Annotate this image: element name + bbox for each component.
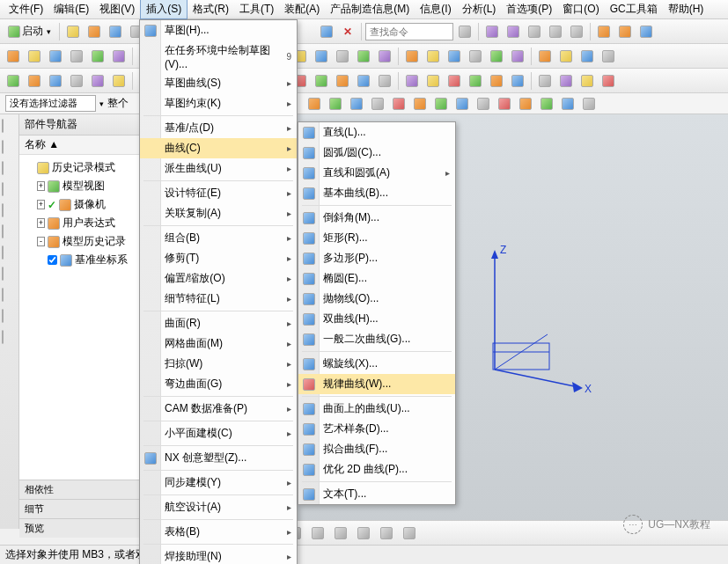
- tool-tbrow2-27[interactable]: [599, 47, 618, 66]
- open-icon[interactable]: [85, 22, 104, 41]
- menu-10[interactable]: 首选项(P): [501, 0, 557, 18]
- tool-tbrow2-16[interactable]: [354, 47, 373, 66]
- insert-menu-item[interactable]: 扫掠(W)▸: [140, 354, 297, 374]
- tool-tbrow2-23[interactable]: [508, 47, 527, 66]
- bottom-tool-8[interactable]: [331, 524, 350, 543]
- tool-tbrow3-21[interactable]: [466, 71, 485, 91]
- left-tab-8[interactable]: [2, 289, 18, 304]
- insert-menu-item[interactable]: 草图曲线(S)▸: [140, 73, 297, 93]
- tool-tbrow3-14[interactable]: [312, 71, 331, 91]
- curve-menu-basic[interactable]: 基本曲线(B)...: [298, 183, 455, 203]
- tree-item-0[interactable]: 历史记录模式: [21, 158, 140, 177]
- left-tab-0[interactable]: [2, 120, 18, 136]
- tool-tbrow3-1[interactable]: [25, 71, 44, 91]
- curve-menu-conic[interactable]: 一般二次曲线(G)...: [298, 329, 455, 349]
- tool-tbrow2-4[interactable]: [88, 47, 107, 66]
- insert-menu-item[interactable]: 派生曲线(U)▸: [140, 158, 297, 179]
- tool-tbrow3-16[interactable]: [354, 71, 373, 91]
- filter-icon-8[interactable]: [474, 94, 493, 114]
- curve-menu-line[interactable]: 直线(L)...: [298, 122, 455, 143]
- sidebar-pane-0[interactable]: 相依性: [19, 480, 141, 499]
- sidebar-pane-2[interactable]: 预览: [19, 518, 141, 538]
- view-cube-icon[interactable]: [482, 22, 502, 41]
- insert-menu-item[interactable]: 修剪(T)▸: [140, 248, 297, 268]
- tool-tbrow2-3[interactable]: [67, 47, 86, 66]
- tree-item-1[interactable]: +模型视图: [21, 177, 140, 195]
- tree-item-2[interactable]: +✓摄像机: [21, 195, 140, 214]
- tool-tbrow2-5[interactable]: [109, 47, 129, 66]
- tool-tbrow3-20[interactable]: [445, 71, 464, 91]
- tool-tbrow3-26[interactable]: [577, 71, 597, 91]
- insert-menu-item[interactable]: 草图约束(K)▸: [140, 93, 297, 114]
- tool-tbrow3-2[interactable]: [46, 71, 65, 91]
- sidebar-pane-1[interactable]: 细节: [19, 499, 141, 518]
- filter-icon-12[interactable]: [558, 94, 577, 114]
- cube-b-icon[interactable]: [615, 22, 635, 41]
- curve-menu-text[interactable]: 文本(T)...: [298, 484, 455, 504]
- tool-tbrow3-22[interactable]: [487, 71, 506, 91]
- insert-menu-item[interactable]: 表格(B)▸: [140, 522, 297, 542]
- search-input[interactable]: [365, 23, 453, 40]
- search-icon[interactable]: [455, 22, 474, 41]
- tool-tbrow3-15[interactable]: [333, 71, 352, 91]
- filter-icon-9[interactable]: [495, 94, 514, 114]
- tool-tbrow3-27[interactable]: [599, 71, 618, 91]
- tool-tbrow3-24[interactable]: [535, 71, 555, 91]
- left-tab-1[interactable]: [2, 141, 18, 157]
- left-tab-2[interactable]: [2, 162, 18, 178]
- tool-tbrow3-4[interactable]: [88, 71, 107, 91]
- tool-tbrow2-15[interactable]: [333, 47, 352, 66]
- filter-icon-7[interactable]: [452, 94, 472, 114]
- filter-combo[interactable]: 没有选择过滤器: [5, 95, 96, 112]
- filter-icon-0[interactable]: [305, 94, 324, 114]
- tool-tbrow2-20[interactable]: [445, 47, 464, 66]
- menu-9[interactable]: 分析(L): [457, 0, 502, 18]
- tool-tbrow3-17[interactable]: [375, 71, 394, 91]
- tool-tbrow3-23[interactable]: [508, 71, 527, 91]
- tool-tbrow2-24[interactable]: [535, 47, 555, 66]
- filter-icon-4[interactable]: [389, 94, 408, 114]
- filter-icon-3[interactable]: [368, 94, 387, 114]
- curve-menu-poly[interactable]: 多边形(P)...: [298, 248, 455, 268]
- tool-tbrow2-18[interactable]: [402, 47, 422, 66]
- insert-menu-item[interactable]: NX 创意塑型(Z)...: [140, 448, 297, 468]
- tree-item-4[interactable]: -模型历史记录: [21, 232, 140, 251]
- left-tab-7[interactable]: [2, 267, 18, 283]
- tool-tbrow3-3[interactable]: [67, 71, 86, 91]
- tool-tbrow2-0[interactable]: [4, 47, 23, 66]
- filter-icon-2[interactable]: [347, 94, 366, 114]
- menu-7[interactable]: 产品制造信息(M): [325, 0, 415, 18]
- curve-menu-surfcurve[interactable]: 曲面上的曲线(U)...: [298, 399, 455, 419]
- insert-menu-item[interactable]: 细节特征(L)▸: [140, 289, 297, 309]
- bottom-tool-7[interactable]: [308, 524, 327, 543]
- menu-3[interactable]: 插入(S): [140, 0, 188, 19]
- left-tab-6[interactable]: [2, 246, 18, 262]
- bottom-tool-11[interactable]: [400, 524, 419, 543]
- cube-a-icon[interactable]: [594, 22, 614, 41]
- tool-tbrow2-21[interactable]: [466, 47, 485, 66]
- left-tab-10[interactable]: [2, 331, 18, 347]
- insert-menu-item[interactable]: 弯边曲面(G)▸: [140, 374, 297, 394]
- filter-icon-6[interactable]: [431, 94, 451, 114]
- tool-tbrow3-25[interactable]: [556, 71, 576, 91]
- menu-4[interactable]: 格式(R): [188, 0, 234, 18]
- menu-5[interactable]: 工具(T): [234, 0, 279, 18]
- curve-menu-rect[interactable]: 矩形(R)...: [298, 228, 455, 248]
- undo-icon[interactable]: [317, 22, 336, 41]
- filter-icon-10[interactable]: [516, 94, 535, 114]
- left-tab-5[interactable]: [2, 225, 18, 241]
- menu-2[interactable]: 视图(V): [94, 0, 140, 18]
- insert-menu-item[interactable]: 设计特征(E)▸: [140, 183, 297, 203]
- curve-menu-chamfer[interactable]: 倒斜角(M)...: [298, 208, 455, 228]
- tree-item-3[interactable]: +用户表达式: [21, 214, 140, 232]
- insert-menu-item[interactable]: 同步建模(Y)▸: [140, 472, 297, 493]
- curve-menu-helix[interactable]: 螺旋线(X)...: [298, 354, 455, 374]
- curve-menu-fit[interactable]: 拟合曲线(F)...: [298, 439, 455, 459]
- curve-menu-law[interactable]: 规律曲线(W)...: [298, 374, 455, 394]
- insert-menu-item[interactable]: 在任务环境中绘制草图(V)...9: [140, 40, 297, 73]
- menu-0[interactable]: 文件(F): [4, 0, 48, 18]
- tool-tbrow2-17[interactable]: [375, 47, 394, 66]
- view-cube5-icon[interactable]: [567, 22, 586, 41]
- menu-8[interactable]: 信息(I): [415, 0, 456, 18]
- tool-tbrow3-19[interactable]: [423, 71, 443, 91]
